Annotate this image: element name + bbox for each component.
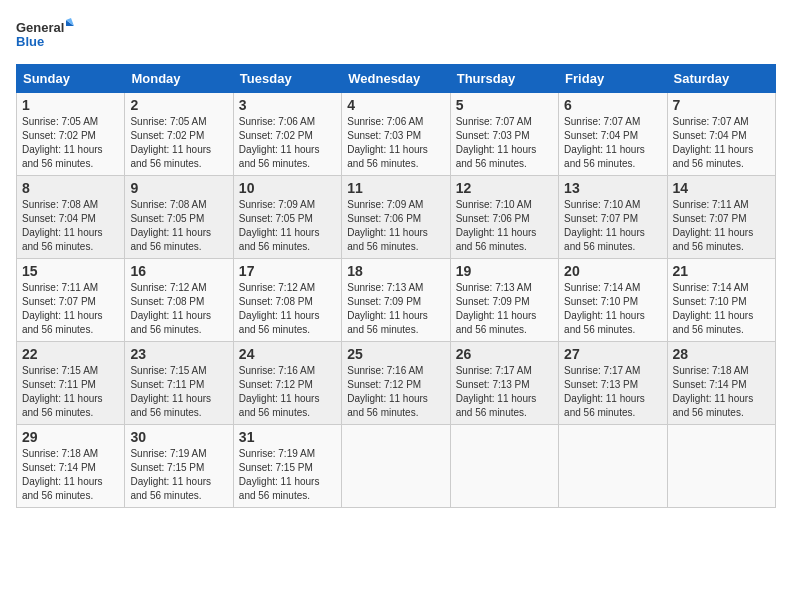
day-number: 16 <box>130 263 227 279</box>
table-row: 21 Sunrise: 7:14 AM Sunset: 7:10 PM Dayl… <box>667 259 775 342</box>
day-number: 31 <box>239 429 336 445</box>
day-header-monday: Monday <box>125 65 233 93</box>
table-row: 6 Sunrise: 7:07 AM Sunset: 7:04 PM Dayli… <box>559 93 667 176</box>
cell-info: Sunrise: 7:07 AM Sunset: 7:04 PM Dayligh… <box>673 115 770 171</box>
day-number: 29 <box>22 429 119 445</box>
table-row: 18 Sunrise: 7:13 AM Sunset: 7:09 PM Dayl… <box>342 259 450 342</box>
cell-info: Sunrise: 7:15 AM Sunset: 7:11 PM Dayligh… <box>130 364 227 420</box>
table-row: 12 Sunrise: 7:10 AM Sunset: 7:06 PM Dayl… <box>450 176 558 259</box>
day-number: 1 <box>22 97 119 113</box>
day-number: 13 <box>564 180 661 196</box>
day-number: 20 <box>564 263 661 279</box>
cell-info: Sunrise: 7:08 AM Sunset: 7:05 PM Dayligh… <box>130 198 227 254</box>
table-row: 15 Sunrise: 7:11 AM Sunset: 7:07 PM Dayl… <box>17 259 125 342</box>
day-header-thursday: Thursday <box>450 65 558 93</box>
cell-info: Sunrise: 7:12 AM Sunset: 7:08 PM Dayligh… <box>130 281 227 337</box>
cell-info: Sunrise: 7:14 AM Sunset: 7:10 PM Dayligh… <box>564 281 661 337</box>
cell-info: Sunrise: 7:09 AM Sunset: 7:06 PM Dayligh… <box>347 198 444 254</box>
table-row: 3 Sunrise: 7:06 AM Sunset: 7:02 PM Dayli… <box>233 93 341 176</box>
day-number: 3 <box>239 97 336 113</box>
day-number: 24 <box>239 346 336 362</box>
day-number: 19 <box>456 263 553 279</box>
svg-text:General: General <box>16 20 64 35</box>
table-row: 25 Sunrise: 7:16 AM Sunset: 7:12 PM Dayl… <box>342 342 450 425</box>
cell-info: Sunrise: 7:11 AM Sunset: 7:07 PM Dayligh… <box>22 281 119 337</box>
day-number: 15 <box>22 263 119 279</box>
table-row: 28 Sunrise: 7:18 AM Sunset: 7:14 PM Dayl… <box>667 342 775 425</box>
day-number: 9 <box>130 180 227 196</box>
table-row: 30 Sunrise: 7:19 AM Sunset: 7:15 PM Dayl… <box>125 425 233 508</box>
cell-info: Sunrise: 7:17 AM Sunset: 7:13 PM Dayligh… <box>456 364 553 420</box>
day-header-saturday: Saturday <box>667 65 775 93</box>
cell-info: Sunrise: 7:17 AM Sunset: 7:13 PM Dayligh… <box>564 364 661 420</box>
table-row: 8 Sunrise: 7:08 AM Sunset: 7:04 PM Dayli… <box>17 176 125 259</box>
day-number: 22 <box>22 346 119 362</box>
day-number: 4 <box>347 97 444 113</box>
cell-info: Sunrise: 7:06 AM Sunset: 7:03 PM Dayligh… <box>347 115 444 171</box>
table-row: 27 Sunrise: 7:17 AM Sunset: 7:13 PM Dayl… <box>559 342 667 425</box>
cell-info: Sunrise: 7:05 AM Sunset: 7:02 PM Dayligh… <box>130 115 227 171</box>
table-row: 19 Sunrise: 7:13 AM Sunset: 7:09 PM Dayl… <box>450 259 558 342</box>
day-number: 25 <box>347 346 444 362</box>
day-number: 26 <box>456 346 553 362</box>
table-row: 22 Sunrise: 7:15 AM Sunset: 7:11 PM Dayl… <box>17 342 125 425</box>
table-row: 9 Sunrise: 7:08 AM Sunset: 7:05 PM Dayli… <box>125 176 233 259</box>
day-header-sunday: Sunday <box>17 65 125 93</box>
day-number: 18 <box>347 263 444 279</box>
cell-info: Sunrise: 7:12 AM Sunset: 7:08 PM Dayligh… <box>239 281 336 337</box>
day-number: 30 <box>130 429 227 445</box>
table-row: 17 Sunrise: 7:12 AM Sunset: 7:08 PM Dayl… <box>233 259 341 342</box>
cell-info: Sunrise: 7:08 AM Sunset: 7:04 PM Dayligh… <box>22 198 119 254</box>
day-number: 5 <box>456 97 553 113</box>
cell-info: Sunrise: 7:19 AM Sunset: 7:15 PM Dayligh… <box>130 447 227 503</box>
cell-info: Sunrise: 7:14 AM Sunset: 7:10 PM Dayligh… <box>673 281 770 337</box>
day-number: 21 <box>673 263 770 279</box>
cell-info: Sunrise: 7:13 AM Sunset: 7:09 PM Dayligh… <box>347 281 444 337</box>
table-row: 26 Sunrise: 7:17 AM Sunset: 7:13 PM Dayl… <box>450 342 558 425</box>
table-row <box>450 425 558 508</box>
day-number: 8 <box>22 180 119 196</box>
day-number: 17 <box>239 263 336 279</box>
day-number: 23 <box>130 346 227 362</box>
table-row: 7 Sunrise: 7:07 AM Sunset: 7:04 PM Dayli… <box>667 93 775 176</box>
cell-info: Sunrise: 7:05 AM Sunset: 7:02 PM Dayligh… <box>22 115 119 171</box>
cell-info: Sunrise: 7:18 AM Sunset: 7:14 PM Dayligh… <box>673 364 770 420</box>
day-header-tuesday: Tuesday <box>233 65 341 93</box>
logo: General Blue <box>16 16 76 56</box>
cell-info: Sunrise: 7:10 AM Sunset: 7:07 PM Dayligh… <box>564 198 661 254</box>
logo-svg: General Blue <box>16 16 76 56</box>
table-row: 1 Sunrise: 7:05 AM Sunset: 7:02 PM Dayli… <box>17 93 125 176</box>
cell-info: Sunrise: 7:09 AM Sunset: 7:05 PM Dayligh… <box>239 198 336 254</box>
cell-info: Sunrise: 7:07 AM Sunset: 7:04 PM Dayligh… <box>564 115 661 171</box>
cell-info: Sunrise: 7:07 AM Sunset: 7:03 PM Dayligh… <box>456 115 553 171</box>
table-row: 24 Sunrise: 7:16 AM Sunset: 7:12 PM Dayl… <box>233 342 341 425</box>
day-number: 11 <box>347 180 444 196</box>
table-row: 4 Sunrise: 7:06 AM Sunset: 7:03 PM Dayli… <box>342 93 450 176</box>
cell-info: Sunrise: 7:16 AM Sunset: 7:12 PM Dayligh… <box>347 364 444 420</box>
table-row: 31 Sunrise: 7:19 AM Sunset: 7:15 PM Dayl… <box>233 425 341 508</box>
calendar-table: SundayMondayTuesdayWednesdayThursdayFrid… <box>16 64 776 508</box>
cell-info: Sunrise: 7:06 AM Sunset: 7:02 PM Dayligh… <box>239 115 336 171</box>
day-number: 7 <box>673 97 770 113</box>
table-row <box>342 425 450 508</box>
day-number: 2 <box>130 97 227 113</box>
day-number: 12 <box>456 180 553 196</box>
day-number: 14 <box>673 180 770 196</box>
table-row: 5 Sunrise: 7:07 AM Sunset: 7:03 PM Dayli… <box>450 93 558 176</box>
cell-info: Sunrise: 7:11 AM Sunset: 7:07 PM Dayligh… <box>673 198 770 254</box>
cell-info: Sunrise: 7:13 AM Sunset: 7:09 PM Dayligh… <box>456 281 553 337</box>
cell-info: Sunrise: 7:18 AM Sunset: 7:14 PM Dayligh… <box>22 447 119 503</box>
table-row: 13 Sunrise: 7:10 AM Sunset: 7:07 PM Dayl… <box>559 176 667 259</box>
cell-info: Sunrise: 7:15 AM Sunset: 7:11 PM Dayligh… <box>22 364 119 420</box>
day-header-wednesday: Wednesday <box>342 65 450 93</box>
day-number: 6 <box>564 97 661 113</box>
page-header: General Blue <box>16 16 776 56</box>
table-row <box>559 425 667 508</box>
cell-info: Sunrise: 7:16 AM Sunset: 7:12 PM Dayligh… <box>239 364 336 420</box>
table-row: 2 Sunrise: 7:05 AM Sunset: 7:02 PM Dayli… <box>125 93 233 176</box>
day-number: 10 <box>239 180 336 196</box>
table-row: 14 Sunrise: 7:11 AM Sunset: 7:07 PM Dayl… <box>667 176 775 259</box>
table-row: 16 Sunrise: 7:12 AM Sunset: 7:08 PM Dayl… <box>125 259 233 342</box>
day-number: 27 <box>564 346 661 362</box>
table-row: 20 Sunrise: 7:14 AM Sunset: 7:10 PM Dayl… <box>559 259 667 342</box>
